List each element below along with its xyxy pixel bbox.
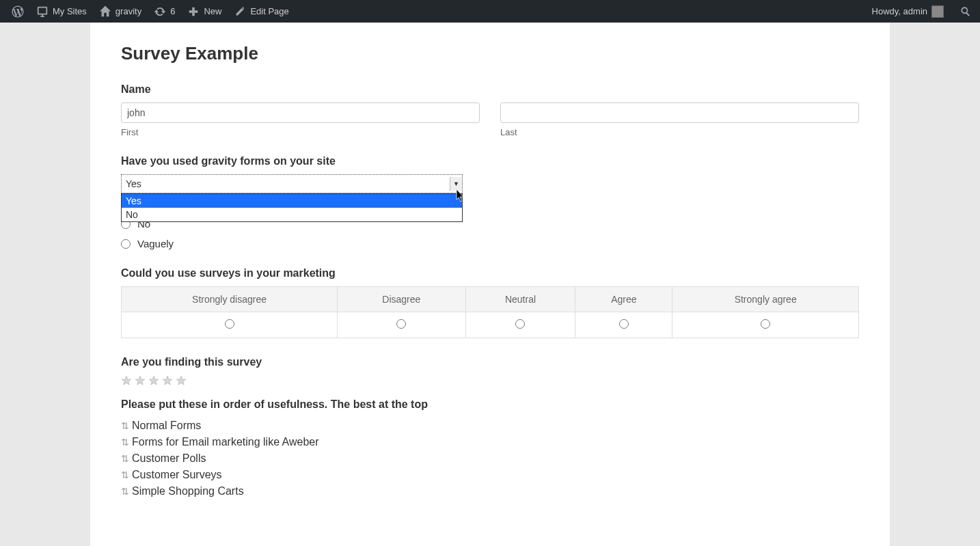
dropdown-field: Have you used gravity forms on your site… [121, 155, 859, 193]
sortable-label: Customer Polls [132, 452, 206, 465]
star-5[interactable] [176, 375, 187, 386]
dropdown-select[interactable]: Yes ▼ [121, 174, 463, 193]
my-sites-label: My Sites [53, 6, 87, 16]
search-icon [959, 5, 972, 18]
pencil-icon [234, 5, 246, 18]
sortable-item-3[interactable]: ⇅ Customer Surveys [121, 467, 859, 483]
howdy-link[interactable]: Howdy, admin [866, 0, 950, 23]
first-sublabel: First [121, 127, 480, 137]
name-field: Name First Last [121, 83, 859, 137]
radio-label: Vaguely [137, 238, 174, 249]
sortable-label: Normal Forms [132, 420, 201, 432]
rating-label: Are you finding this survey [121, 356, 859, 368]
star-4[interactable] [162, 375, 173, 386]
sortable-label: Forms for Email marketing like Aweber [132, 436, 319, 448]
last-sublabel: Last [500, 127, 859, 137]
likert-label: Could you use surveys in your marketing [121, 267, 859, 279]
new-link[interactable]: New [181, 0, 228, 23]
star-2[interactable] [135, 375, 146, 386]
plus-icon [187, 5, 200, 18]
likert-col-2: Neutral [465, 287, 575, 312]
dropdown-option-no[interactable]: No [122, 208, 462, 221]
first-name-input[interactable] [121, 103, 480, 123]
edit-page-link[interactable]: Edit Page [228, 0, 295, 23]
name-label: Name [121, 83, 859, 96]
admin-bar-left: My Sites gravity 6 New Edit Page [5, 0, 295, 23]
site-name-label: gravity [115, 6, 141, 16]
drag-handle-icon: ⇅ [121, 469, 129, 480]
edit-page-label: Edit Page [250, 6, 288, 16]
likert-col-0: Strongly disagree [122, 287, 338, 312]
dropdown-list: Yes No [121, 193, 463, 222]
new-label: New [204, 6, 221, 16]
radio-input[interactable] [121, 239, 131, 249]
update-icon [154, 5, 166, 18]
drag-handle-icon: ⇅ [121, 486, 129, 497]
sortable-item-4[interactable]: ⇅ Simple Shopping Carts [121, 483, 859, 500]
ranking-label: Please put these in order of usefulness.… [121, 398, 859, 411]
sortable-label: Customer Surveys [132, 469, 222, 481]
wp-logo[interactable] [5, 0, 30, 23]
likert-radio-3[interactable] [619, 319, 629, 329]
dropdown-label: Have you used gravity forms on your site [121, 155, 859, 167]
rating-field: Are you finding this survey [121, 356, 859, 386]
network-icon [36, 5, 49, 18]
updates-count: 6 [170, 6, 175, 16]
dropdown-selected-text: Yes [126, 178, 141, 189]
wordpress-icon [12, 5, 24, 18]
likert-col-1: Disagree [338, 287, 465, 312]
drag-handle-icon: ⇅ [121, 437, 129, 448]
likert-table: Strongly disagree Disagree Neutral Agree… [121, 286, 859, 338]
my-sites-link[interactable]: My Sites [30, 0, 93, 23]
site-name-link[interactable]: gravity [93, 0, 148, 23]
updates-link[interactable]: 6 [148, 0, 181, 23]
drag-handle-icon: ⇅ [121, 420, 129, 431]
sortable-label: Simple Shopping Carts [132, 485, 244, 497]
sortable-item-1[interactable]: ⇅ Forms for Email marketing like Aweber [121, 434, 859, 450]
likert-row [122, 312, 859, 338]
drag-handle-icon: ⇅ [121, 453, 129, 464]
dropdown-option-yes[interactable]: Yes [122, 194, 462, 208]
sortable-item-0[interactable]: ⇅ Normal Forms [121, 418, 859, 434]
likert-radio-1[interactable] [396, 319, 406, 329]
star-1[interactable] [121, 375, 132, 386]
wp-admin-bar: My Sites gravity 6 New Edit Page Howdy, … [0, 0, 980, 23]
last-name-input[interactable] [500, 103, 859, 123]
likert-field: Could you use surveys in your marketing … [121, 267, 859, 338]
radio-option-vaguely[interactable]: Vaguely [121, 238, 859, 249]
likert-col-4: Strongly agree [672, 287, 859, 312]
dropdown-wrap: Yes ▼ Yes No [121, 174, 463, 193]
likert-col-3: Agree [575, 287, 672, 312]
chevron-down-icon: ▼ [450, 177, 462, 191]
star-3[interactable] [148, 375, 159, 386]
sortable-item-2[interactable]: ⇅ Customer Polls [121, 450, 859, 467]
star-row [121, 375, 859, 386]
howdy-label: Howdy, admin [872, 6, 927, 16]
likert-radio-2[interactable] [515, 319, 525, 329]
avatar [931, 5, 944, 18]
ranking-field: Please put these in order of usefulness.… [121, 398, 859, 500]
admin-bar-right: Howdy, admin [866, 0, 975, 23]
page-title: Survey Example [121, 43, 859, 64]
page-content: Survey Example Name First Last Have you … [90, 23, 890, 546]
likert-radio-4[interactable] [761, 319, 770, 329]
sortable-list: ⇅ Normal Forms ⇅ Forms for Email marketi… [121, 418, 859, 500]
likert-radio-0[interactable] [225, 319, 234, 329]
search-toggle[interactable] [957, 0, 975, 23]
home-icon [99, 5, 111, 18]
